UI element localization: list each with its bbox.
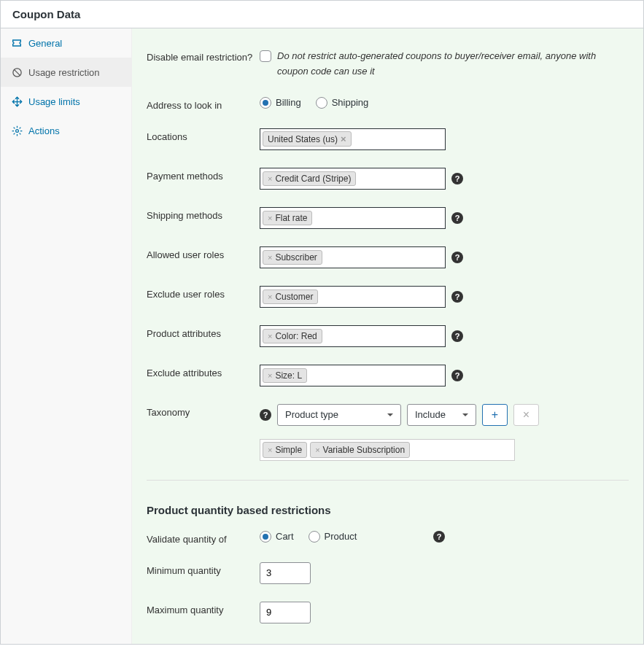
close-icon[interactable]: ×: [268, 174, 272, 183]
row-shipping: Shipping methods × Flat rate ?: [147, 198, 629, 238]
tag-role: × Subscriber: [263, 250, 322, 265]
coupon-data-panel: Coupon Data General Usage restriction Us…: [0, 0, 644, 645]
help-icon[interactable]: ?: [451, 252, 463, 263]
tag-attr: × Size: L: [263, 368, 307, 383]
field-label: Payment methods: [147, 168, 260, 182]
row-max-qty: Maximum quantity: [147, 593, 629, 632]
field-label: Disable email restriction?: [147, 49, 260, 63]
help-icon[interactable]: ?: [433, 531, 445, 543]
tag-text: Variable Subscription: [323, 445, 406, 455]
row-locations: Locations United States (us) ×: [147, 120, 629, 159]
close-icon[interactable]: ×: [341, 133, 346, 144]
field-label: Validate quantity of: [147, 531, 260, 545]
row-address: Address to look in Billing Shipping: [147, 88, 629, 120]
tag-text: Credit Card (Stripe): [275, 174, 351, 184]
content-area: Disable email restriction? Do not restri…: [132, 28, 643, 644]
tab-label: General: [28, 38, 62, 49]
ticket-icon: [11, 37, 23, 49]
divider: [147, 480, 629, 481]
radio-label: Billing: [276, 97, 301, 108]
close-icon[interactable]: ×: [268, 292, 272, 301]
shipping-methods-input[interactable]: × Flat rate: [260, 207, 446, 229]
tab-actions[interactable]: Actions: [1, 116, 131, 145]
close-icon[interactable]: ×: [268, 446, 272, 454]
section-title: Product quantity based restrictions: [147, 483, 629, 522]
radio-cart[interactable]: Cart: [260, 531, 294, 543]
tag-text: Size: L: [275, 370, 302, 381]
panel-title: Coupon Data: [12, 8, 632, 20]
help-icon[interactable]: ?: [451, 330, 463, 342]
tag-text: Subscriber: [275, 252, 317, 263]
add-button[interactable]: +: [482, 404, 508, 426]
block-icon: [11, 66, 23, 78]
row-disable-email: Disable email restriction? Do not restri…: [147, 40, 629, 88]
gear-icon: [11, 125, 23, 136]
select-value: Include: [415, 409, 446, 420]
field-label: Shipping methods: [147, 207, 260, 221]
exclude-roles-input[interactable]: × Customer: [260, 286, 446, 308]
row-taxonomy: Taxonomy ? Product type Include + ×: [147, 395, 629, 470]
tag-text: Simple: [275, 445, 302, 455]
radio-product[interactable]: Product: [309, 531, 357, 543]
radio-label: Product: [325, 531, 357, 542]
field-label: Product attributes: [147, 325, 260, 339]
field-label: Minimum quantity: [147, 562, 260, 576]
tab-label: Actions: [28, 125, 60, 136]
taxonomy-include-select[interactable]: Include: [407, 404, 476, 426]
tag-taxonomy: × Variable Subscription: [310, 442, 410, 458]
taxonomy-tags-input[interactable]: × Simple × Variable Subscription: [260, 439, 515, 461]
tag-location: United States (us) ×: [263, 131, 352, 147]
tab-usage-limits[interactable]: Usage limits: [1, 87, 131, 116]
radio-icon: [316, 97, 327, 109]
help-icon[interactable]: ?: [451, 370, 463, 381]
radio-label: Cart: [276, 531, 294, 542]
svg-point-1: [15, 129, 18, 132]
allowed-roles-input[interactable]: × Subscriber: [260, 246, 446, 268]
sidebar-tabs: General Usage restriction Usage limits A…: [1, 28, 132, 644]
disable-email-description: Do not restrict auto-generated coupons t…: [277, 49, 629, 79]
select-value: Product type: [285, 409, 338, 420]
panel-header: Coupon Data: [1, 1, 643, 28]
max-qty-input[interactable]: [260, 602, 311, 623]
close-icon[interactable]: ×: [268, 332, 272, 341]
tab-general[interactable]: General: [1, 28, 131, 58]
radio-billing[interactable]: Billing: [260, 97, 301, 109]
row-validate-qty: Validate quantity of Cart Product ?: [147, 522, 629, 553]
radio-label: Shipping: [332, 97, 369, 108]
remove-button[interactable]: ×: [513, 404, 539, 426]
radio-icon: [260, 531, 271, 543]
tab-usage-restriction[interactable]: Usage restriction: [1, 58, 131, 87]
field-label: Allowed user roles: [147, 246, 260, 260]
help-icon[interactable]: ?: [451, 212, 463, 224]
row-exclude-attr: Exclude attributes × Size: L ?: [147, 356, 629, 395]
row-exclude-roles: Exclude user roles × Customer ?: [147, 277, 629, 316]
product-attributes-input[interactable]: × Color: Red: [260, 325, 446, 347]
move-icon: [11, 96, 23, 107]
close-icon[interactable]: ×: [315, 446, 319, 454]
tab-label: Usage limits: [28, 96, 80, 107]
close-icon[interactable]: ×: [268, 253, 272, 262]
close-icon[interactable]: ×: [268, 214, 272, 222]
field-label: Exclude user roles: [147, 286, 260, 300]
radio-icon: [260, 97, 271, 109]
taxonomy-type-select[interactable]: Product type: [277, 404, 401, 426]
payment-methods-input[interactable]: × Credit Card (Stripe): [260, 168, 446, 190]
disable-email-checkbox[interactable]: [260, 50, 271, 62]
row-product-attr: Product attributes × Color: Red ?: [147, 316, 629, 356]
tag-role: × Customer: [263, 289, 318, 304]
tag-shipping: × Flat rate: [263, 211, 312, 225]
help-icon[interactable]: ?: [451, 173, 463, 184]
row-min-qty: Minimum quantity: [147, 553, 629, 593]
help-icon[interactable]: ?: [451, 291, 463, 303]
row-allowed-roles: Allowed user roles × Subscriber ?: [147, 238, 629, 277]
tag-text: Customer: [275, 292, 313, 302]
radio-shipping[interactable]: Shipping: [316, 97, 369, 109]
radio-icon: [309, 531, 320, 543]
field-label: Locations: [147, 128, 260, 142]
locations-input[interactable]: United States (us) ×: [260, 128, 446, 150]
help-icon[interactable]: ?: [260, 409, 271, 421]
min-qty-input[interactable]: [260, 562, 311, 584]
close-icon[interactable]: ×: [268, 371, 272, 380]
exclude-attributes-input[interactable]: × Size: L: [260, 365, 446, 386]
field-label: Address to look in: [147, 97, 260, 111]
